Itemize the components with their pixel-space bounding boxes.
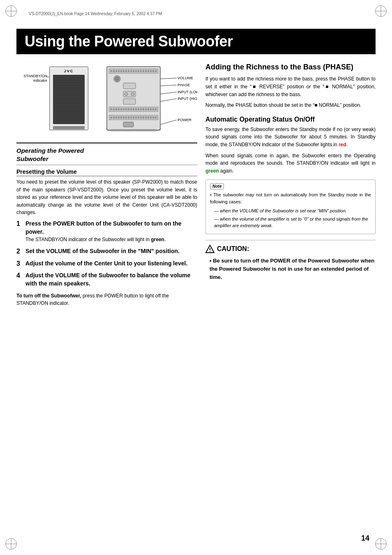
svg-point-47 bbox=[148, 108, 149, 110]
step-2-number: 2 bbox=[16, 247, 23, 255]
svg-text:POWER: POWER bbox=[178, 118, 192, 122]
svg-point-10 bbox=[123, 70, 125, 72]
auto-body1: To save energy, the Subwoofer enters the… bbox=[205, 126, 376, 149]
svg-point-29 bbox=[131, 92, 134, 96]
svg-point-9 bbox=[120, 70, 122, 72]
note-sub-1: — when the VOLUME of the Subwoofer is se… bbox=[210, 207, 371, 214]
svg-point-45 bbox=[143, 108, 144, 110]
page-title: Using the Powered Subwoofer bbox=[16, 29, 376, 54]
corner-mark-tr bbox=[375, 5, 387, 17]
speaker-grille bbox=[53, 75, 85, 124]
svg-point-7 bbox=[115, 70, 117, 72]
step-1-sub: The STANDBY/ON indicator of the Subwoofe… bbox=[25, 236, 197, 243]
note-item-1: • The subwoofer may not turn on automati… bbox=[210, 191, 371, 205]
red-text: red bbox=[339, 142, 346, 147]
svg-point-50 bbox=[155, 108, 157, 110]
svg-point-43 bbox=[138, 108, 139, 110]
svg-rect-2 bbox=[53, 75, 85, 124]
svg-point-41 bbox=[133, 108, 134, 110]
svg-point-23 bbox=[155, 70, 157, 72]
svg-point-21 bbox=[150, 70, 152, 72]
note-item-text: The subwoofer may not turn on automatica… bbox=[210, 192, 371, 204]
corner-mark-bl bbox=[5, 538, 17, 550]
back-panel-diagram: VOLUME PHASE INPUT (LOW-LEVEL) INPUT (HI… bbox=[103, 62, 197, 134]
svg-point-55 bbox=[118, 117, 120, 118]
speaker-control bbox=[53, 126, 85, 129]
turnoff-note: To turn off the Subwoofwer, press the PO… bbox=[16, 292, 197, 307]
svg-point-17 bbox=[140, 70, 142, 72]
corner-mark-tl bbox=[5, 5, 17, 17]
svg-point-66 bbox=[145, 117, 147, 118]
svg-point-60 bbox=[130, 117, 132, 118]
svg-point-28 bbox=[125, 92, 128, 96]
thin-divider bbox=[16, 165, 197, 165]
svg-line-75 bbox=[160, 99, 177, 101]
auto-body2: When sound signals come in again, the Su… bbox=[205, 152, 376, 175]
step-4-content: Adjust the VOLUME of the Subwoofer to ba… bbox=[25, 272, 197, 288]
left-column: STANDBY/ONindicator JVC bbox=[16, 62, 197, 312]
step-1-number: 1 bbox=[16, 220, 23, 228]
step-1: 1 Press the POWER button of the Subwoofe… bbox=[16, 220, 197, 243]
svg-point-37 bbox=[123, 108, 125, 110]
svg-point-58 bbox=[125, 117, 127, 118]
speaker-diagram: STANDBY/ONindicator JVC bbox=[16, 62, 95, 134]
standby-label: STANDBY/ONindicator bbox=[16, 74, 47, 83]
svg-point-67 bbox=[148, 117, 149, 118]
svg-text:INPUT (HIGH-LEVEL): INPUT (HIGH-LEVEL) bbox=[178, 97, 197, 101]
turnoff-bold: To turn off the Subwoofwer, bbox=[16, 293, 81, 299]
step-2-content: Set the VOLUME of the Subwoofer in the "… bbox=[25, 247, 197, 256]
step-1-heading: Press the POWER button of the Subwoofer … bbox=[25, 220, 197, 236]
svg-point-36 bbox=[120, 108, 122, 110]
svg-point-48 bbox=[150, 108, 152, 110]
presetting-title: Presetting the Volume bbox=[16, 168, 197, 176]
svg-point-5 bbox=[111, 70, 112, 72]
svg-rect-26 bbox=[123, 83, 136, 89]
svg-point-34 bbox=[115, 108, 117, 110]
caution-icon bbox=[205, 244, 214, 253]
step-4: 4 Adjust the VOLUME of the Subwoofer to … bbox=[16, 272, 197, 288]
svg-rect-82 bbox=[111, 129, 156, 131]
auto-title: Automatic Operating Status On/Off bbox=[205, 116, 376, 123]
svg-point-57 bbox=[123, 117, 125, 118]
svg-point-15 bbox=[135, 70, 137, 72]
caution-label: CAUTION: bbox=[217, 245, 249, 253]
svg-line-72 bbox=[160, 78, 177, 79]
svg-point-68 bbox=[150, 117, 152, 118]
step-3-heading: Adjust the volume of the Center Unit to … bbox=[25, 260, 197, 268]
svg-point-62 bbox=[135, 117, 137, 118]
svg-point-22 bbox=[152, 70, 154, 72]
svg-point-64 bbox=[140, 117, 142, 118]
svg-text:PHASE: PHASE bbox=[178, 83, 190, 87]
svg-point-38 bbox=[125, 108, 127, 110]
content-area: STANDBY/ONindicator JVC bbox=[16, 62, 376, 312]
step-2-heading: Set the VOLUME of the Subwoofer in the "… bbox=[25, 247, 197, 256]
svg-point-53 bbox=[113, 117, 115, 118]
svg-point-6 bbox=[113, 70, 115, 72]
step-1-content: Press the POWER button of the Subwoofer … bbox=[25, 220, 197, 243]
phase-body1: If you want to add the richness more to … bbox=[205, 75, 376, 98]
svg-point-40 bbox=[130, 108, 132, 110]
svg-rect-30 bbox=[123, 99, 136, 104]
svg-point-35 bbox=[118, 108, 120, 110]
svg-point-14 bbox=[133, 70, 134, 72]
svg-line-73 bbox=[160, 85, 177, 86]
svg-line-76 bbox=[160, 120, 177, 124]
svg-text:VOLUME: VOLUME bbox=[178, 76, 193, 80]
svg-point-25 bbox=[115, 77, 119, 81]
step-3: 3 Adjust the volume of the Center Unit t… bbox=[16, 260, 197, 268]
svg-point-20 bbox=[148, 70, 149, 72]
svg-point-32 bbox=[111, 108, 112, 110]
step-2: 2 Set the VOLUME of the Subwoofer in the… bbox=[16, 247, 197, 256]
svg-point-12 bbox=[128, 70, 129, 72]
step-4-heading: Adjust the VOLUME of the Subwoofer to ba… bbox=[25, 272, 197, 288]
green-text: green bbox=[205, 168, 219, 174]
svg-point-16 bbox=[138, 70, 139, 72]
svg-line-74 bbox=[160, 92, 177, 94]
step-4-number: 4 bbox=[16, 272, 23, 279]
right-column: Adding the Richness to the Bass (PHASE) … bbox=[205, 62, 376, 312]
svg-point-69 bbox=[152, 117, 154, 118]
phase-title: Adding the Richness to the Bass (PHASE) bbox=[205, 62, 376, 72]
svg-point-49 bbox=[152, 108, 154, 110]
page-container: VS-DT2000(J)_EN.book Page 14 Wednesday, … bbox=[0, 0, 392, 555]
note-icon: Note bbox=[210, 183, 224, 189]
